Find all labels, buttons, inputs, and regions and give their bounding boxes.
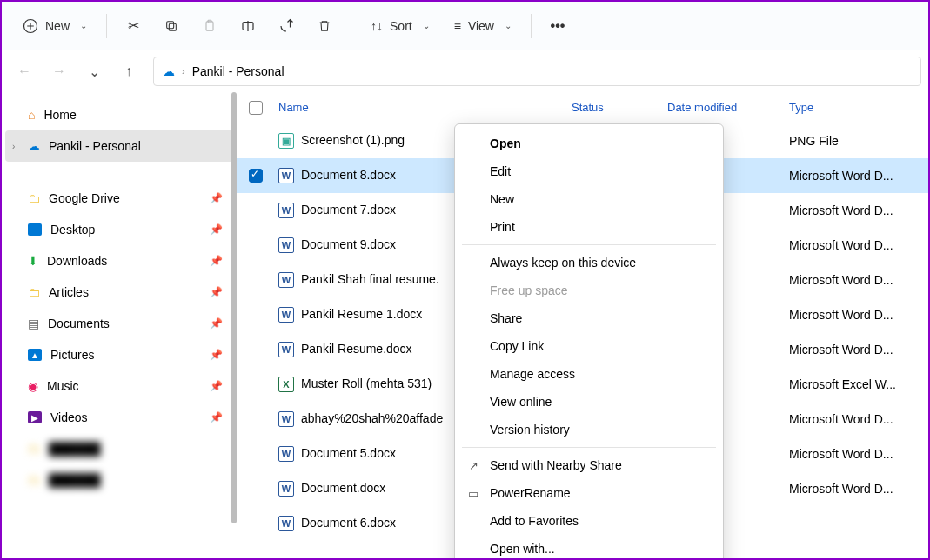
column-date[interactable]: Date modified [667,101,789,114]
file-type: Microsoft Word D... [789,308,928,322]
image-icon: ▣ [278,133,294,149]
folder-icon: 🗀 [28,442,40,456]
menu-item-label: Open [490,137,521,150]
sidebar-item-home[interactable]: ⌂ Home [5,99,233,130]
menu-item-add-to-favorites[interactable]: Add to Favorites [455,507,723,535]
download-icon: ⬇ [28,254,38,268]
menu-separator [462,244,716,245]
sort-button[interactable]: ↑↓ Sort ⌄ [360,10,440,42]
pin-icon: 📌 [210,317,223,330]
recent-button[interactable]: ⌄ [78,56,110,87]
sidebar-item-documents[interactable]: ▤ Documents 📌 [5,308,233,339]
sidebar-item-pictures[interactable]: ▲ Pictures 📌 [5,339,233,370]
share-button[interactable] [269,10,304,42]
menu-item-open-with-[interactable]: Open with... [455,535,723,560]
chevron-down-icon: ⌄ [80,21,87,30]
rename-button[interactable] [231,10,265,42]
menu-item-version-history[interactable]: Version history [455,416,723,443]
sidebar-item-label: Music [47,379,79,393]
menu-item-edit[interactable]: Edit [455,157,723,185]
sidebar-item-google drive[interactable]: 🗀 Google Drive 📌 [5,183,233,214]
menu-item-share[interactable]: Share [455,304,723,332]
new-label: New [45,19,70,33]
row-checkbox[interactable] [249,169,263,183]
word-icon: W [278,307,294,323]
up-button[interactable]: ↑ [113,56,144,87]
delete-button[interactable] [307,10,342,42]
pin-icon: 📌 [210,411,223,423]
address-bar[interactable]: ☁ › Pankil - Personal [153,57,921,86]
file-type: Microsoft Word D... [789,273,928,287]
sidebar-item-label: Documents [48,317,110,330]
chevron-right-icon: › [12,142,15,151]
back-button[interactable]: ← [9,56,40,87]
menu-item-always-keep-on-this-device[interactable]: Always keep on this device [455,249,723,277]
column-name[interactable]: Name [275,101,572,114]
pin-icon: 📌 [210,192,223,204]
plus-circle-icon [23,18,38,34]
view-label: View [468,19,494,33]
folder-icon: 🗀 [28,285,40,299]
menu-item-powerrename[interactable]: ▭PowerRename [455,479,723,507]
sidebar-item-downloads[interactable]: ⬇ Downloads 📌 [5,245,233,277]
sidebar-item-label: Google Drive [49,191,120,205]
menu-item-copy-link[interactable]: Copy Link [455,332,723,360]
menu-item-send-with-nearby-share[interactable]: ↗Send with Nearby Share [455,451,723,479]
sidebar-item-onedrive[interactable]: › ☁ Pankil - Personal [5,130,233,162]
word-icon: W [278,481,294,497]
view-button[interactable]: ≡ View ⌄ [444,10,522,42]
file-type: Microsoft Word D... [789,203,928,217]
menu-separator [462,447,716,448]
word-icon: W [278,237,294,253]
sidebar-item-videos[interactable]: ▶ Videos 📌 [5,402,233,433]
scissors-icon: ✂ [128,17,139,34]
cloud-icon: ☁ [28,139,40,153]
more-button[interactable]: ••• [540,10,575,42]
sidebar-item-desktop[interactable]: Desktop 📌 [5,214,233,245]
desktop-icon [28,223,42,236]
word-icon: W [278,446,294,462]
forward-button[interactable]: → [43,56,75,87]
menu-item-label: Open with... [490,542,555,556]
sidebar-item-label: Downloads [47,254,107,268]
menu-item-print[interactable]: Print [455,213,723,241]
view-icon: ≡ [454,19,461,33]
file-type: Microsoft Excel W... [789,377,928,391]
select-all-checkbox[interactable] [249,101,263,115]
word-icon: W [278,516,294,531]
pin-icon: 📌 [210,255,223,267]
menu-item-open[interactable]: Open [455,130,723,157]
toolbar: New ⌄ ✂ ↑↓ Sort ⌄ ≡ View ⌄ ••• [2,2,928,50]
excel-icon: X [278,377,294,392]
copy-button[interactable] [154,10,189,42]
rename-icon [240,18,256,34]
sidebar-item-label: Home [43,108,76,122]
menu-item-label: Always keep on this device [490,256,636,270]
menu-item-label: PowerRename [490,486,571,500]
sidebar-item-blurred[interactable]: 🗀██████ [5,433,233,464]
cloud-icon: ☁ [163,64,175,78]
pin-icon: 📌 [210,349,223,361]
column-type[interactable]: Type [789,101,928,114]
folder-icon: 🗀 [28,473,40,487]
sidebar-item-label: Videos [50,410,88,424]
separator [106,14,107,38]
sidebar-item-blurred[interactable]: 🗀██████ [5,464,233,496]
svg-rect-2 [167,21,174,28]
sidebar-item-articles[interactable]: 🗀 Articles 📌 [5,277,233,308]
sidebar-item-music[interactable]: ◉ Music 📌 [5,370,233,402]
menu-item-label: New [490,192,514,206]
sort-icon: ↑↓ [371,19,383,33]
menu-item-new[interactable]: New [455,185,723,213]
ellipsis-icon: ••• [551,18,565,34]
menu-item-view-online[interactable]: View online [455,388,723,416]
cut-button[interactable]: ✂ [116,10,151,42]
file-type: Microsoft Word D... [789,238,928,252]
menu-item-manage-access[interactable]: Manage access [455,360,723,388]
sidebar-item-label: Pankil - Personal [49,139,141,153]
column-status[interactable]: Status [572,101,667,114]
new-button[interactable]: New ⌄ [12,10,97,42]
menu-item-free-up-space: Free up space [455,277,723,304]
navigation-bar: ← → ⌄ ↑ ☁ › Pankil - Personal [2,50,928,92]
word-icon: W [278,411,294,427]
